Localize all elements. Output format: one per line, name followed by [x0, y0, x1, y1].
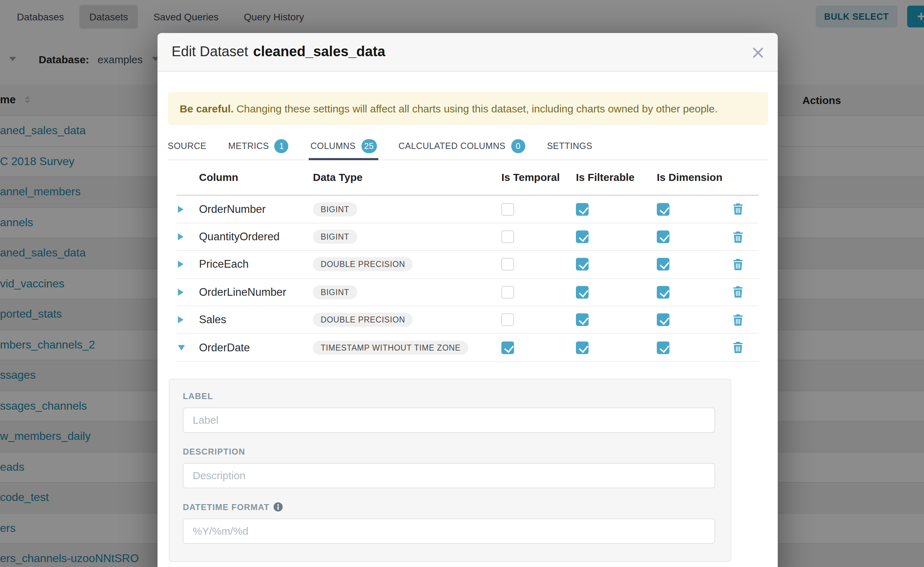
- modal-title-prefix: Edit Dataset: [172, 44, 248, 59]
- expand-caret-icon[interactable]: [178, 202, 191, 216]
- column-name: Sales: [199, 314, 226, 326]
- delete-column-trash-icon[interactable]: [733, 312, 747, 328]
- expand-caret-icon[interactable]: [178, 285, 191, 299]
- modal-tabs: SOURCEMETRICS1COLUMNS25CALCULATED COLUMN…: [168, 133, 767, 160]
- tab-source[interactable]: SOURCE: [168, 133, 206, 159]
- is-dimension-checkbox[interactable]: [657, 231, 670, 243]
- label-field-label: LABEL: [183, 392, 715, 401]
- is-dimension-checkbox[interactable]: [657, 314, 670, 326]
- data-type-pill: DOUBLE PRECISION: [313, 258, 413, 272]
- delete-column-trash-icon[interactable]: [733, 285, 747, 300]
- data-type-pill: BIGINT: [313, 285, 357, 299]
- is-temporal-checkbox[interactable]: [501, 203, 514, 215]
- is-dimension-checkbox[interactable]: [657, 258, 670, 271]
- column-name: QuantityOrdered: [199, 231, 280, 243]
- is-filterable-checkbox[interactable]: [576, 314, 588, 326]
- is-dimension-header: Is Dimension: [657, 171, 722, 183]
- expand-caret-icon[interactable]: [178, 258, 191, 272]
- tab-label: SETTINGS: [547, 141, 593, 151]
- is-temporal-checkbox[interactable]: [501, 314, 514, 326]
- data-type-pill: DOUBLE PRECISION: [313, 313, 413, 327]
- is-dimension-checkbox[interactable]: [657, 203, 670, 215]
- is-dimension-checkbox[interactable]: [657, 341, 670, 354]
- is-dimension-checkbox[interactable]: [657, 286, 670, 298]
- tab-label: SOURCE: [168, 141, 206, 151]
- warning-text: Changing these settings will affect all …: [236, 102, 718, 114]
- data-type-pill: BIGINT: [313, 230, 357, 244]
- is-temporal-checkbox[interactable]: [501, 231, 514, 243]
- is-filterable-checkbox[interactable]: [576, 341, 588, 354]
- info-icon[interactable]: [274, 503, 283, 512]
- column-header: Column: [199, 171, 238, 183]
- column-row-priceeach: PriceEachDOUBLE PRECISION: [176, 251, 759, 279]
- tab-label: METRICS: [228, 141, 269, 151]
- modal-header: Edit Datasetcleaned_sales_data: [158, 33, 778, 71]
- tab-count-badge: 25: [361, 139, 377, 153]
- column-row-orderlinenumber: OrderLineNumberBIGINT: [176, 279, 759, 306]
- collapse-caret-icon[interactable]: [178, 340, 191, 354]
- delete-column-trash-icon[interactable]: [733, 229, 747, 244]
- close-icon[interactable]: [749, 44, 766, 61]
- modal-body: Be careful. Changing these settings will…: [158, 92, 778, 562]
- is-temporal-checkbox[interactable]: [501, 341, 514, 354]
- expand-caret-icon[interactable]: [178, 313, 191, 327]
- expand-caret-icon[interactable]: [178, 230, 191, 244]
- tab-calculated-columns[interactable]: CALCULATED COLUMNS0: [398, 133, 525, 159]
- is-temporal-checkbox[interactable]: [501, 258, 514, 271]
- description-field-label: DESCRIPTION: [183, 447, 715, 457]
- is-temporal-checkbox[interactable]: [501, 286, 514, 298]
- warning-bold: Be careful.: [180, 102, 233, 114]
- tab-columns[interactable]: COLUMNS25: [310, 133, 376, 159]
- tab-label: COLUMNS: [310, 141, 356, 151]
- is-filterable-checkbox[interactable]: [576, 258, 588, 271]
- column-name: OrderNumber: [199, 203, 266, 215]
- data-type-pill: TIMESTAMP WITHOUT TIME ZONE: [313, 340, 468, 354]
- columns-rows: OrderNumberBIGINT QuantityOrderedBIGINT …: [176, 196, 759, 362]
- tab-label: CALCULATED COLUMNS: [398, 141, 505, 151]
- is-temporal-header: Is Temporal: [501, 171, 560, 183]
- column-detail-panel: LABEL DESCRIPTION DATETIME FORMAT: [169, 379, 731, 562]
- delete-column-trash-icon[interactable]: [733, 257, 747, 272]
- is-filterable-checkbox[interactable]: [576, 286, 588, 298]
- column-name: OrderLineNumber: [199, 286, 286, 298]
- data-type-header: Data Type: [313, 171, 363, 183]
- edit-dataset-modal: Edit Datasetcleaned_sales_data Be carefu…: [158, 33, 778, 567]
- is-filterable-header: Is Filterable: [576, 171, 635, 183]
- description-input[interactable]: [183, 463, 715, 488]
- data-type-pill: BIGINT: [313, 202, 357, 216]
- tab-metrics[interactable]: METRICS1: [228, 133, 289, 159]
- warning-banner: Be careful. Changing these settings will…: [168, 92, 767, 125]
- columns-table: Column Data Type Is Temporal Is Filterab…: [176, 160, 759, 362]
- datetime-format-field-label: DATETIME FORMAT: [183, 502, 715, 512]
- column-row-quantityordered: QuantityOrderedBIGINT: [176, 224, 759, 251]
- columns-table-header: Column Data Type Is Temporal Is Filterab…: [176, 160, 759, 196]
- column-row-sales: SalesDOUBLE PRECISION: [176, 306, 759, 334]
- delete-column-trash-icon[interactable]: [733, 201, 747, 217]
- modal-title: Edit Datasetcleaned_sales_data: [172, 44, 385, 60]
- column-row-orderdate: OrderDateTIMESTAMP WITHOUT TIME ZONE: [176, 334, 759, 362]
- label-input[interactable]: [183, 408, 715, 433]
- delete-column-trash-icon[interactable]: [733, 340, 747, 355]
- tab-settings[interactable]: SETTINGS: [547, 133, 593, 159]
- tab-count-badge: 1: [275, 139, 289, 153]
- is-filterable-checkbox[interactable]: [576, 203, 588, 215]
- column-name: OrderDate: [199, 341, 250, 354]
- column-row-ordernumber: OrderNumberBIGINT: [176, 196, 759, 224]
- column-name: PriceEach: [199, 258, 248, 271]
- modal-title-dataset-name: cleaned_sales_data: [253, 44, 385, 59]
- datetime-format-input[interactable]: [183, 519, 715, 544]
- superset-datasets-page: DatabasesDatasetsSaved QueriesQuery Hist…: [0, 0, 924, 567]
- tab-count-badge: 0: [511, 139, 525, 153]
- is-filterable-checkbox[interactable]: [576, 231, 588, 243]
